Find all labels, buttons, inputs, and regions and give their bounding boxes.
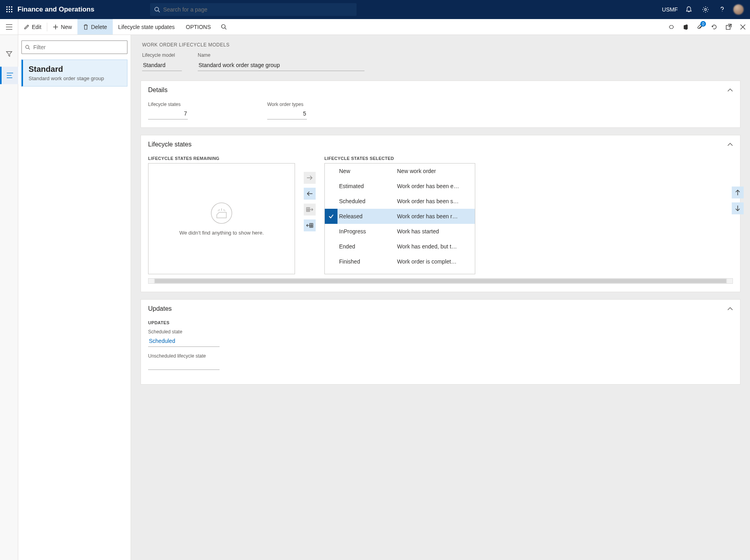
- attachments-badge: 0: [700, 21, 706, 27]
- lifecycle-updates-button[interactable]: Lifecycle state updates: [113, 19, 180, 35]
- field-value[interactable]: 5: [267, 109, 307, 119]
- state-name: Finished: [337, 258, 397, 265]
- selected-state-row[interactable]: FinishedWork order is complet…: [325, 254, 475, 269]
- row-checkbox[interactable]: [325, 239, 337, 254]
- refresh-button[interactable]: [707, 19, 721, 35]
- field-label: Lifecycle model: [142, 52, 182, 58]
- app-title: Finance and Operations: [17, 6, 94, 13]
- legal-entity[interactable]: USMF: [662, 6, 678, 13]
- user-avatar[interactable]: [733, 4, 744, 15]
- row-checkbox[interactable]: [325, 209, 337, 224]
- list-view-button[interactable]: [0, 67, 18, 84]
- find-button[interactable]: [216, 19, 231, 35]
- state-name: New: [337, 168, 397, 174]
- svg-point-12: [722, 11, 722, 12]
- lifecycle-states-header[interactable]: Lifecycle states: [141, 135, 740, 154]
- list-filter[interactable]: [21, 40, 127, 54]
- transfer-buttons: [304, 156, 316, 274]
- filter-funnel-button[interactable]: [0, 45, 18, 63]
- state-name: Scheduled: [337, 198, 397, 204]
- list-item-subtitle: Standard work order stage group: [29, 75, 121, 81]
- move-all-left-button[interactable]: [304, 219, 316, 231]
- horizontal-scrollbar[interactable]: [148, 278, 733, 284]
- app-launcher-icon[interactable]: [4, 4, 15, 15]
- field-value[interactable]: Standard: [142, 60, 182, 71]
- svg-rect-1: [9, 6, 10, 8]
- grid-arrow-left-icon: [306, 223, 313, 228]
- selected-state-row[interactable]: InProgressWork has started: [325, 224, 475, 239]
- svg-rect-4: [9, 9, 10, 10]
- selected-state-row[interactable]: NewNew work order: [325, 164, 475, 179]
- svg-point-26: [26, 45, 29, 48]
- row-checkbox[interactable]: [325, 194, 337, 209]
- delete-label: Delete: [91, 24, 107, 30]
- scheduled-state-field: Scheduled state Scheduled: [148, 329, 220, 347]
- settings-icon[interactable]: [700, 4, 711, 15]
- list-filter-input[interactable]: [33, 44, 124, 50]
- list-item[interactable]: Standard Standard work order stage group: [21, 60, 127, 87]
- notifications-icon[interactable]: [683, 4, 694, 15]
- arrow-right-icon: [307, 175, 313, 181]
- state-description: Work order has been r…: [397, 213, 475, 219]
- move-all-right-button[interactable]: [304, 204, 316, 216]
- field-value[interactable]: Standard work order stage group: [198, 60, 364, 71]
- svg-rect-2: [11, 6, 12, 8]
- selected-listbox[interactable]: NewNew work orderEstimatedWork order has…: [324, 163, 475, 274]
- svg-line-10: [158, 11, 160, 12]
- selected-state-row[interactable]: EstimatedWork order has been e…: [325, 179, 475, 194]
- global-header: Finance and Operations USMF: [0, 0, 750, 19]
- move-left-button[interactable]: [304, 188, 316, 200]
- plus-icon: [53, 24, 58, 30]
- state-description: Work order has been s…: [397, 198, 475, 204]
- options-button[interactable]: OPTIONS: [180, 19, 216, 35]
- row-checkbox[interactable]: [325, 164, 337, 179]
- global-search-input[interactable]: [163, 6, 353, 13]
- office-button[interactable]: [679, 19, 693, 35]
- attachments-button[interactable]: 0: [693, 19, 707, 35]
- svg-point-9: [155, 7, 159, 11]
- details-header[interactable]: Details: [141, 81, 740, 99]
- remaining-listbox[interactable]: We didn't find anything to show here.: [148, 163, 295, 274]
- new-label: New: [61, 24, 72, 30]
- selected-state-row[interactable]: ReleasedWork order has been r…: [325, 209, 475, 224]
- list-item-title: Standard: [29, 65, 121, 74]
- empty-state-text: We didn't find anything to show here.: [179, 230, 264, 236]
- svg-point-18: [221, 25, 225, 28]
- delete-button[interactable]: Delete: [77, 19, 112, 35]
- field-label: Name: [198, 52, 364, 58]
- edit-button[interactable]: Edit: [18, 19, 47, 35]
- updates-section-header: UPDATES: [148, 320, 733, 325]
- row-checkbox[interactable]: [325, 224, 337, 239]
- lifecycle-states-panel: Lifecycle states LIFECYCLE STATES REMAIN…: [141, 135, 740, 292]
- field-label: Scheduled state: [148, 329, 220, 335]
- move-up-button[interactable]: [732, 187, 744, 198]
- move-down-button[interactable]: [732, 202, 744, 214]
- lifecycle-model-field: Lifecycle model Standard: [142, 52, 182, 71]
- selected-state-row[interactable]: EndedWork has ended, but t…: [325, 239, 475, 254]
- help-icon[interactable]: [717, 4, 728, 15]
- move-right-button[interactable]: [304, 172, 316, 184]
- state-description: Work has started: [397, 228, 475, 235]
- updates-header[interactable]: Updates: [141, 300, 740, 318]
- chevron-up-icon: [727, 88, 733, 92]
- feedback-button[interactable]: [664, 19, 679, 35]
- field-value[interactable]: Scheduled: [148, 336, 220, 347]
- svg-line-27: [29, 48, 30, 49]
- field-value[interactable]: [148, 360, 220, 370]
- hamburger-icon: [6, 24, 12, 30]
- search-icon: [25, 44, 30, 50]
- selected-state-row[interactable]: ScheduledWork order has been s…: [325, 194, 475, 209]
- options-label: OPTIONS: [186, 24, 211, 30]
- close-button[interactable]: [736, 19, 750, 35]
- empty-folder-icon: [210, 202, 233, 224]
- field-value[interactable]: 7: [148, 109, 188, 119]
- global-search[interactable]: [150, 3, 357, 16]
- new-button[interactable]: New: [47, 19, 77, 35]
- popout-button[interactable]: [721, 19, 736, 35]
- edit-label: Edit: [32, 24, 41, 30]
- list-pane: Standard Standard work order stage group: [18, 35, 131, 560]
- row-checkbox[interactable]: [325, 179, 337, 194]
- navpane-toggle[interactable]: [0, 19, 18, 35]
- row-checkbox[interactable]: [325, 254, 337, 269]
- panel-title: Details: [148, 87, 168, 94]
